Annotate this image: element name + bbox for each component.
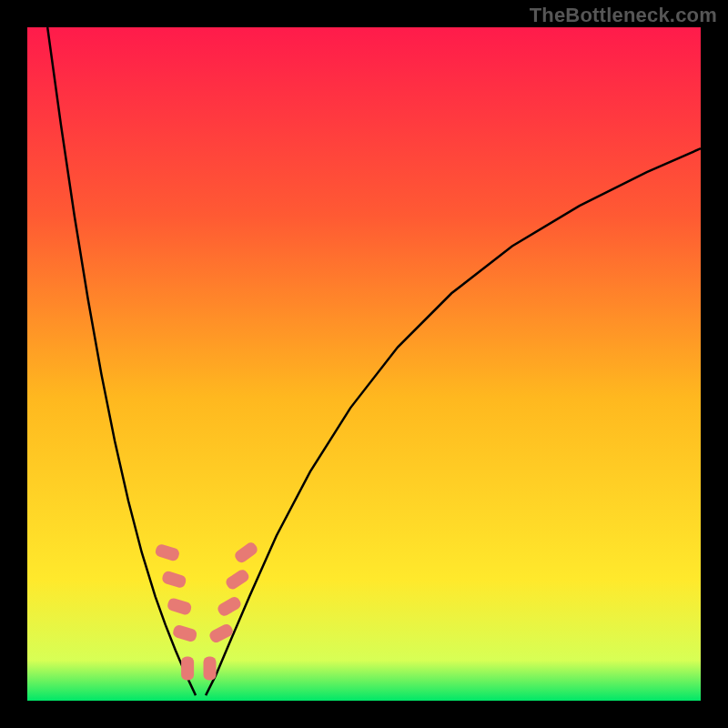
- plot-area: [27, 27, 701, 701]
- watermark-text: TheBottleneck.com: [530, 4, 717, 27]
- background-gradient: [27, 27, 701, 701]
- chart-frame: TheBottleneck.com: [0, 0, 728, 728]
